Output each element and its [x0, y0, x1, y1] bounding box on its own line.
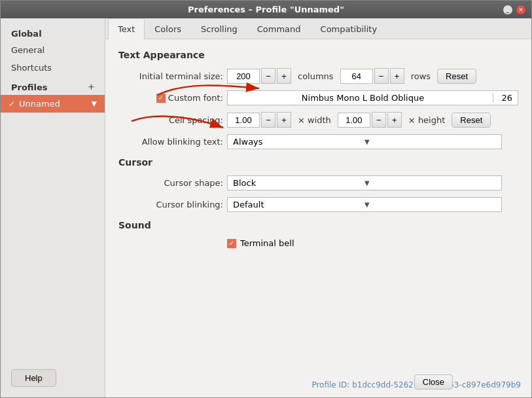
tab-text[interactable]: Text: [108, 18, 145, 39]
window-controls: _ ✕: [503, 5, 526, 15]
minimize-button[interactable]: _: [503, 5, 513, 15]
terminal-bell-row: Terminal bell: [118, 238, 518, 248]
add-profile-button[interactable]: +: [88, 82, 94, 92]
cell-spacing-label: Cell spacing:: [118, 115, 223, 125]
columns-field: − +: [227, 68, 291, 84]
tab-bar: Text Colors Scrolling Command Compatibil…: [105, 18, 531, 39]
tab-colors[interactable]: Colors: [145, 18, 191, 39]
cell-width-input[interactable]: [227, 113, 260, 128]
close-button-bottom[interactable]: Close: [414, 374, 453, 389]
cursor-shape-value: Block: [233, 178, 364, 188]
sidebar-item-shortcuts[interactable]: Shortcuts: [1, 59, 105, 77]
cell-height-input[interactable]: [338, 113, 370, 128]
cell-width-field: − +: [227, 112, 291, 128]
custom-font-label: Custom font:: [168, 93, 223, 103]
close-area: Close: [414, 374, 453, 389]
custom-font-label-text: Custom font:: [118, 93, 223, 103]
sound-section-title: Sound: [118, 220, 518, 230]
main-panel: Text Colors Scrolling Command Compatibil…: [105, 18, 531, 397]
font-selector[interactable]: Nimbus Mono L Bold Oblique 26: [227, 90, 518, 105]
tab-command[interactable]: Command: [247, 18, 311, 39]
cursor-blinking-label: Cursor blinking:: [118, 200, 223, 209]
cell-spacing-row: Cell spacing: − + × width − + × height R…: [118, 112, 518, 128]
sidebar-item-general[interactable]: General: [1, 41, 105, 59]
cell-height-field: − +: [338, 112, 402, 128]
terminal-bell-label: Terminal bell: [240, 238, 294, 248]
sidebar: Global General Shortcuts Profiles + ✓ Un…: [1, 18, 105, 397]
blink-label: Allow blinking text:: [118, 137, 223, 147]
initial-size-label: Initial terminal size:: [118, 71, 223, 81]
profiles-header: Profiles +: [1, 77, 105, 95]
titlebar: Preferences – Profile "Unnamed" _ ✕: [1, 1, 531, 18]
cell-width-minus-button[interactable]: −: [261, 112, 275, 128]
terminal-bell-checkbox-row: Terminal bell: [227, 238, 294, 248]
tab-scrolling[interactable]: Scrolling: [191, 18, 247, 39]
cursor-blinking-row: Cursor blinking: Default ▼: [118, 197, 518, 212]
custom-font-row: Custom font: Nimbus Mono L Bold Oblique …: [118, 90, 518, 105]
profile-name: Unnamed: [19, 99, 60, 109]
rows-plus-button[interactable]: +: [390, 68, 404, 84]
text-appearance-title: Text Appearance: [118, 50, 518, 60]
profiles-label: Profiles: [11, 82, 48, 92]
blink-row: Allow blinking text: Always ▼: [118, 134, 518, 149]
preferences-window: Preferences – Profile "Unnamed" _ ✕ Glob…: [0, 0, 532, 398]
blink-value: Always: [233, 137, 364, 147]
cursor-blinking-value: Default: [233, 200, 364, 209]
columns-input[interactable]: [227, 69, 260, 84]
cursor-shape-select[interactable]: Block ▼: [227, 175, 502, 190]
font-name: Nimbus Mono L Bold Oblique: [233, 93, 493, 103]
close-button[interactable]: ✕: [516, 5, 526, 15]
custom-font-checkbox[interactable]: [156, 94, 166, 103]
cursor-shape-arrow-icon: ▼: [364, 179, 496, 187]
blink-arrow-icon: ▼: [364, 138, 496, 145]
main-content: Global General Shortcuts Profiles + ✓ Un…: [1, 18, 531, 397]
rows-minus-button[interactable]: −: [374, 68, 389, 84]
terminal-bell-checkbox[interactable]: [227, 239, 236, 248]
initial-size-row: Initial terminal size: − + columns − + r…: [118, 68, 518, 84]
cell-width-label: × width: [298, 115, 331, 125]
columns-label: columns: [298, 71, 334, 81]
sidebar-bottom: Help: [1, 364, 105, 392]
global-section-label: Global: [1, 24, 105, 41]
help-button[interactable]: Help: [11, 369, 56, 387]
custom-font-checkbox-row: Custom font:: [118, 93, 223, 103]
cursor-shape-label: Cursor shape:: [118, 178, 223, 188]
tab-compatibility[interactable]: Compatibility: [311, 18, 387, 39]
columns-plus-button[interactable]: +: [277, 68, 291, 84]
size-reset-button[interactable]: Reset: [437, 69, 476, 84]
rows-field: − +: [340, 68, 404, 84]
rows-input[interactable]: [340, 69, 373, 84]
text-panel: Text Appearance Initial terminal size: −…: [105, 39, 531, 397]
profile-arrow-icon: ▼: [92, 100, 97, 108]
profile-check-icon: ✓: [9, 100, 15, 109]
cell-height-label: × height: [408, 115, 445, 125]
cursor-blinking-select[interactable]: Default ▼: [227, 197, 502, 212]
cell-height-plus-button[interactable]: +: [387, 112, 402, 128]
columns-minus-button[interactable]: −: [261, 68, 275, 84]
window-title: Preferences – Profile "Unnamed": [188, 5, 344, 14]
sidebar-profile-unnamed[interactable]: ✓ Unnamed ▼: [1, 95, 105, 113]
cursor-section-title: Cursor: [118, 157, 518, 168]
cursor-shape-row: Cursor shape: Block ▼: [118, 175, 518, 190]
rows-label: rows: [411, 71, 431, 81]
cell-width-plus-button[interactable]: +: [277, 112, 291, 128]
cell-height-minus-button[interactable]: −: [372, 112, 386, 128]
blink-select[interactable]: Always ▼: [227, 134, 502, 149]
font-size: 26: [493, 93, 512, 103]
cell-reset-button[interactable]: Reset: [452, 113, 491, 128]
cursor-blinking-arrow-icon: ▼: [364, 201, 496, 208]
